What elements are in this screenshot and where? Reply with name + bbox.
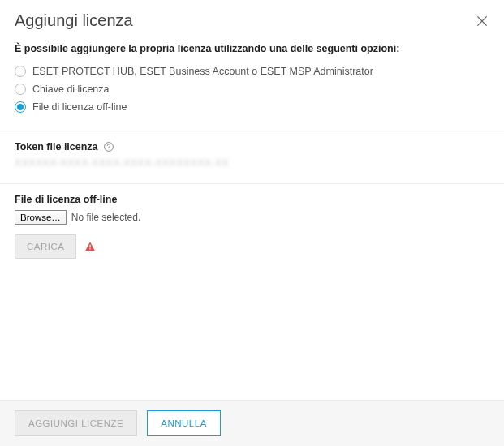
dialog-header: Aggiungi licenza [15,11,489,30]
radio-icon [15,84,26,95]
option-offline-file[interactable]: File di licenza off-line [15,98,489,116]
option-hub-account[interactable]: ESET PROTECT HUB, ESET Business Account … [15,62,489,80]
token-label: Token file licenza [15,141,98,152]
close-icon[interactable] [475,14,489,28]
radio-icon [15,66,26,77]
divider [0,183,504,184]
option-license-key[interactable]: Chiave di licenza [15,80,489,98]
upload-row: CARICA [15,234,489,259]
file-status: No file selected. [71,212,140,223]
svg-rect-4 [90,245,91,248]
options-prompt: È possibile aggiungere la propria licenz… [15,43,489,54]
browse-button[interactable]: Browse… [15,210,67,225]
upload-button[interactable]: CARICA [15,234,76,259]
dialog-title: Aggiungi licenza [15,11,133,30]
divider [0,131,504,131]
svg-point-3 [108,148,109,149]
svg-rect-5 [90,248,91,249]
dialog-footer: AGGIUNGI LICENZE ANNULLA [0,400,504,446]
file-section-label: File di licenza off-line [15,194,489,205]
add-license-dialog: Aggiungi licenza È possibile aggiungere … [0,0,504,446]
radio-icon [15,101,26,113]
option-label: ESET PROTECT HUB, ESET Business Account … [32,66,373,77]
option-label: File di licenza off-line [32,101,127,113]
cancel-button[interactable]: ANNULLA [147,410,221,436]
license-options: ESET PROTECT HUB, ESET Business Account … [15,62,489,116]
warning-icon [84,241,96,252]
option-label: Chiave di licenza [32,84,110,95]
token-label-row: Token file licenza [15,141,489,152]
token-value: XXXXXX-XXXX-XXXX-XXXX-XXXXXXXX-XX [15,157,489,169]
add-licenses-button[interactable]: AGGIUNGI LICENZE [15,410,137,436]
file-picker-row: Browse… No file selected. [15,210,489,225]
help-icon[interactable] [103,141,114,152]
